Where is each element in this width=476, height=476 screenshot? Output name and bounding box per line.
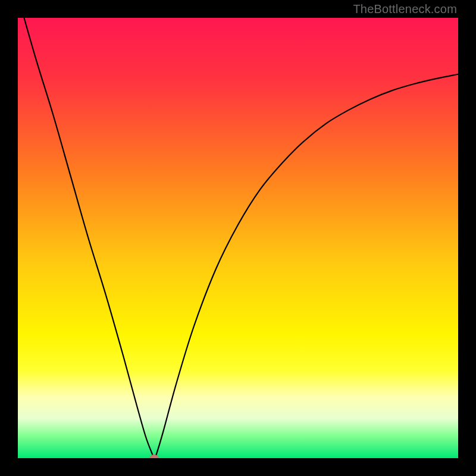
curve-layer (18, 18, 458, 458)
watermark-text: TheBottleneck.com (353, 2, 457, 16)
plot-area (18, 18, 458, 458)
chart-frame: TheBottleneck.com (0, 0, 476, 476)
min-marker (149, 455, 159, 458)
bottleneck-curve (18, 18, 458, 458)
